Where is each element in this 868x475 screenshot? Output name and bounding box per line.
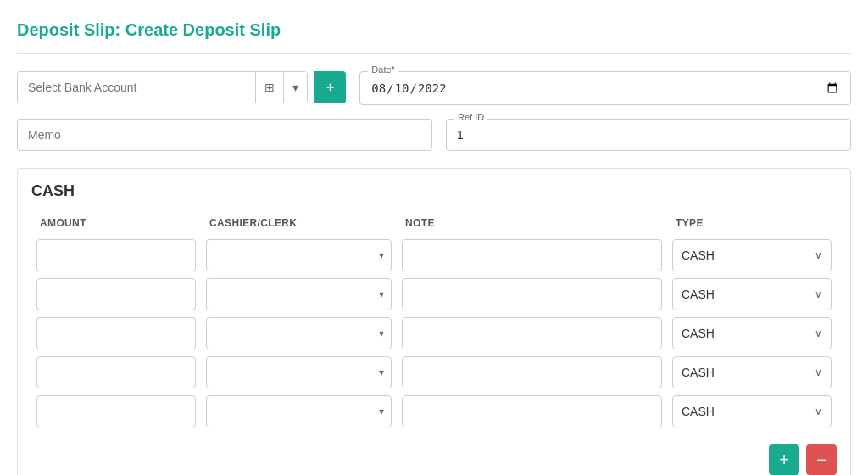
type-cell-2: CASH∨ [667,314,837,353]
cashier-cell-0: ▾ [201,236,397,275]
amount-input-0[interactable] [36,239,196,271]
type-cell-0: CASH∨ [667,236,837,275]
type-label-3: CASH [682,366,715,379]
bank-account-field: ⊞ ▾ [17,71,308,103]
add-row-button[interactable]: + [769,444,799,475]
type-select-0[interactable]: CASH∨ [672,239,832,271]
type-cell-3: CASH∨ [667,353,837,392]
table-header: AMOUNT CASHIER/CLERK NOTE TYPE [31,210,837,236]
type-chevron-icon-3: ∨ [815,366,822,378]
cashier-input-3[interactable] [207,359,372,386]
ref-id-label: Ref ID [454,112,487,122]
type-label-2: CASH [682,327,715,340]
cashier-input-4[interactable] [207,398,372,425]
note-cell-1 [397,275,667,314]
type-select-1[interactable]: CASH∨ [672,278,832,310]
cashier-wrap-0: ▾ [206,239,392,271]
type-label-4: CASH [682,405,715,418]
cashier-cell-4: ▾ [201,392,397,431]
top-form-row: ⊞ ▾ + Date* [17,71,851,105]
memo-row: Ref ID [17,119,851,151]
table-row: ▾CASH∨ [31,236,837,275]
note-cell-4 [397,392,667,431]
amount-input-2[interactable] [36,317,196,349]
note-input-4[interactable] [402,395,662,428]
bottom-actions: + − [31,444,837,475]
note-input-1[interactable] [402,278,662,310]
note-input-3[interactable] [402,356,662,388]
amount-cell-0 [31,236,201,275]
date-label: Date* [368,64,398,75]
bank-add-button[interactable]: + [314,71,346,103]
cashier-chevron-icon-2[interactable]: ▾ [372,327,391,339]
cashier-wrap-1: ▾ [206,278,392,310]
bank-dropdown-btn[interactable]: ▾ [283,72,307,103]
date-input[interactable] [359,71,851,105]
cashier-wrap-2: ▾ [206,317,392,349]
cashier-chevron-icon-1[interactable]: ▾ [372,288,391,300]
type-cell-1: CASH∨ [667,275,837,314]
cashier-input-0[interactable] [207,242,372,269]
type-select-4[interactable]: CASH∨ [672,395,832,428]
amount-cell-2 [31,314,201,353]
amount-cell-1 [31,275,201,314]
note-input-0[interactable] [402,239,662,271]
amount-input-3[interactable] [36,356,196,388]
cash-table-body: ▾CASH∨▾CASH∨▾CASH∨▾CASH∨▾CASH∨ [31,236,837,431]
cash-section-title: CASH [31,182,837,200]
bank-account-input[interactable] [18,72,255,103]
type-select-3[interactable]: CASH∨ [672,356,832,388]
amount-input-1[interactable] [36,278,196,310]
cashier-wrap-3: ▾ [206,356,392,388]
cashier-input-1[interactable] [207,281,372,308]
ref-id-group: Ref ID [446,119,851,151]
cashier-cell-3: ▾ [201,353,397,392]
note-cell-0 [397,236,667,275]
memo-group [17,119,432,151]
remove-row-button[interactable]: − [806,444,837,475]
col-header-amount: AMOUNT [31,210,201,236]
ref-id-input[interactable] [446,119,851,151]
type-chevron-icon-4: ∨ [815,405,822,417]
table-row: ▾CASH∨ [31,353,837,392]
type-chevron-icon-2: ∨ [815,327,822,339]
chevron-down-icon: ▾ [292,81,298,94]
bank-account-group: ⊞ ▾ + [17,71,346,103]
cashier-wrap-4: ▾ [206,395,392,428]
col-header-type: TYPE [667,210,837,236]
amount-input-4[interactable] [36,395,196,428]
type-select-2[interactable]: CASH∨ [672,317,832,349]
cashier-cell-2: ▾ [201,314,397,353]
table-row: ▾CASH∨ [31,314,837,353]
cashier-input-2[interactable] [207,320,372,347]
table-row: ▾CASH∨ [31,392,837,431]
col-header-cashier: CASHIER/CLERK [201,210,397,236]
amount-cell-4 [31,392,201,431]
cashier-chevron-icon-4[interactable]: ▾ [372,405,391,417]
type-label-1: CASH [682,288,715,301]
cash-table: AMOUNT CASHIER/CLERK NOTE TYPE ▾CASH∨▾CA… [31,210,837,431]
type-label-0: CASH [682,249,715,262]
note-input-2[interactable] [402,317,662,349]
header-divider [17,53,851,54]
note-cell-3 [397,353,667,392]
cashier-chevron-icon-0[interactable]: ▾ [372,249,391,261]
memo-input[interactable] [17,119,432,151]
type-chevron-icon-1: ∨ [815,288,822,300]
cashier-chevron-icon-3[interactable]: ▾ [372,366,391,378]
type-chevron-icon-0: ∨ [815,249,822,261]
table-row: ▾CASH∨ [31,275,837,314]
type-cell-4: CASH∨ [667,392,837,431]
col-header-note: NOTE [397,210,667,236]
page-title: Deposit Slip: Create Deposit Slip [17,20,851,40]
bank-grid-icon-btn[interactable]: ⊞ [255,72,283,103]
note-cell-2 [397,314,667,353]
cashier-cell-1: ▾ [201,275,397,314]
amount-cell-3 [31,353,201,392]
date-group: Date* [359,71,851,105]
cash-section: CASH AMOUNT CASHIER/CLERK NOTE TYPE ▾CAS… [17,168,851,475]
grid-icon: ⊞ [264,81,275,94]
